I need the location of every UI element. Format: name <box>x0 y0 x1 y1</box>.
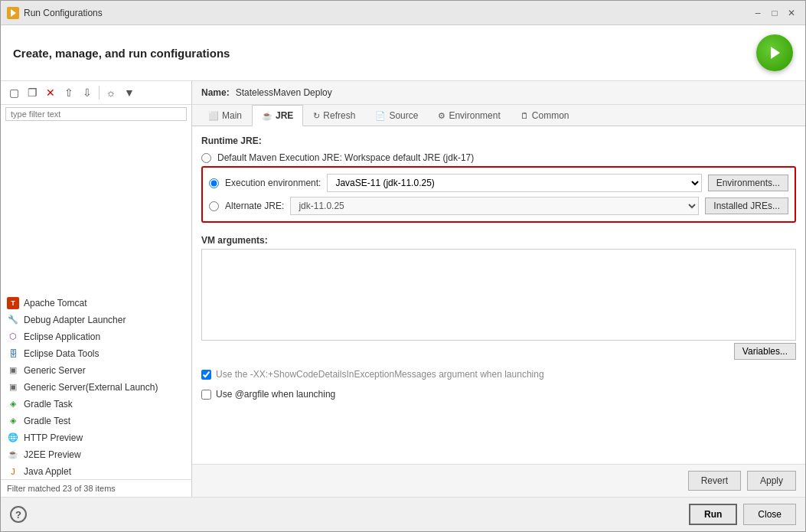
tab-refresh[interactable]: ↻ Refresh <box>303 105 365 126</box>
exec-env-radio[interactable] <box>209 178 219 188</box>
right-panel: Name: StatelessMaven Deploy ⬜ Main ☕ JRE… <box>192 81 805 497</box>
maximize-button[interactable]: □ <box>767 5 782 21</box>
refresh-tab-icon: ↻ <box>313 111 320 121</box>
tab-common[interactable]: 🗒 Common <box>511 105 579 126</box>
filter-button[interactable]: ☼ <box>103 84 119 101</box>
sidebar-item-eclipse-app[interactable]: ⬡ Eclipse Application <box>1 328 191 345</box>
help-button[interactable]: ? <box>10 506 27 523</box>
sidebar-item-debug-adapter[interactable]: 🔧 Debug Adapter Launcher <box>1 312 191 328</box>
delete-button danger[interactable]: ✕ <box>42 84 59 101</box>
tab-source-label: Source <box>389 110 418 121</box>
sidebar-item-java-applet[interactable]: J Java Applet <box>1 463 191 480</box>
window-title: Run Configurations <box>24 8 746 18</box>
tab-source[interactable]: 📄 Source <box>365 105 428 126</box>
tab-jre[interactable]: ☕ JRE <box>252 105 303 126</box>
sidebar-item-label: Gradle Task <box>24 399 73 410</box>
sidebar-item-apache-tomcat[interactable]: T Apache Tomcat <box>1 295 191 312</box>
filter-status: Filter matched 23 of 38 items <box>7 484 116 493</box>
tomcat-icon: T <box>7 297 19 309</box>
alt-jre-radio[interactable] <box>209 201 219 211</box>
sidebar-item-generic-server[interactable]: ▣ Generic Server <box>1 362 191 379</box>
sidebar-item-label: Eclipse Data Tools <box>24 348 100 359</box>
sidebar-item-label: Generic Server <box>24 365 86 376</box>
common-tab-icon: 🗒 <box>520 111 529 120</box>
tab-jre-label: JRE <box>276 110 293 121</box>
j2ee-icon: ☕ <box>7 449 19 461</box>
installed-jres-button[interactable]: Installed JREs... <box>705 197 788 214</box>
showcode-checkbox[interactable] <box>201 370 211 380</box>
filter-dropdown-button[interactable]: ▼ <box>121 84 138 101</box>
main-tab-icon: ⬜ <box>208 111 219 121</box>
sidebar-item-j2ee[interactable]: ☕ J2EE Preview <box>1 446 191 463</box>
checkbox2-row: Use @argfile when launching <box>201 389 796 400</box>
import-button[interactable]: ⇩ <box>79 84 96 101</box>
jre-tab-icon: ☕ <box>262 111 272 121</box>
name-label: Name: <box>201 87 230 98</box>
new-config-button[interactable]: ▢ <box>5 84 22 101</box>
source-tab-icon: 📄 <box>375 111 386 121</box>
minimize-button[interactable]: – <box>750 5 765 21</box>
window-controls: – □ ✕ <box>750 5 799 21</box>
data-icon: 🗄 <box>7 348 19 360</box>
run-button[interactable]: Run <box>689 504 737 525</box>
exec-env-select[interactable]: JavaSE-11 (jdk-11.0.25) <box>327 174 701 192</box>
window-footer: ? Run Close <box>1 497 805 531</box>
exec-env-label: Execution environment: <box>225 178 321 188</box>
tab-common-label: Common <box>532 110 569 121</box>
bottom-buttons: Revert Apply <box>192 464 805 497</box>
server-icon: ▣ <box>7 364 19 377</box>
svg-marker-1 <box>771 47 780 59</box>
sidebar: ▢ ❐ ✕ ⇧ ⇩ ☼ ▼ T Apache Tomcat 🔧 <box>1 81 192 497</box>
sidebar-item-label: Eclipse Application <box>24 331 100 342</box>
vm-args-textarea[interactable] <box>201 249 796 341</box>
execution-env-highlighted: Execution environment: JavaSE-11 (jdk-11… <box>201 166 796 223</box>
sidebar-footer: Filter matched 23 of 38 items <box>1 479 191 497</box>
header-title: Create, manage, and run configurations <box>13 47 230 60</box>
sidebar-item-label: Java Applet <box>24 466 71 477</box>
sidebar-item-label: Debug Adapter Launcher <box>24 315 126 325</box>
gradle-icon: ◈ <box>7 398 19 410</box>
checkbox1-row: Use the -XX:+ShowCodeDetailsInExceptionM… <box>201 369 796 380</box>
config-name: StatelessMaven Deploy <box>236 87 332 98</box>
default-jre-radio[interactable] <box>201 153 211 163</box>
sidebar-item-label: Apache Tomcat <box>24 298 87 308</box>
filter-input-wrap <box>1 105 191 292</box>
exec-env-row: Execution environment: JavaSE-11 (jdk-11… <box>209 174 788 192</box>
close-button[interactable]: ✕ <box>784 5 799 21</box>
gradle-test-icon: ◈ <box>7 415 19 427</box>
alt-jre-select[interactable]: jdk-11.0.25 <box>290 197 699 215</box>
variables-button[interactable]: Variables... <box>734 343 796 360</box>
sidebar-item-generic-server-ext[interactable]: ▣ Generic Server(External Launch) <box>1 379 191 396</box>
vm-args-section: VM arguments: Variables... <box>201 235 796 360</box>
run-icon[interactable] <box>756 34 793 71</box>
run-configurations-window: Run Configurations – □ ✕ Create, manage,… <box>0 0 806 532</box>
tab-environment[interactable]: ⚙ Environment <box>428 105 510 126</box>
variables-row: Variables... <box>201 343 796 360</box>
export-button[interactable]: ⇧ <box>60 84 77 101</box>
sidebar-toolbar: ▢ ❐ ✕ ⇧ ⇩ ☼ ▼ <box>1 81 191 105</box>
sidebar-item-eclipse-data[interactable]: 🗄 Eclipse Data Tools <box>1 345 191 362</box>
sidebar-item-label: J2EE Preview <box>24 449 81 460</box>
name-bar: Name: StatelessMaven Deploy <box>192 81 805 105</box>
http-icon: 🌐 <box>7 432 19 444</box>
tab-main[interactable]: ⬜ Main <box>198 105 252 126</box>
jre-panel-content: Runtime JRE: Default Maven Execution JRE… <box>192 126 805 464</box>
duplicate-button[interactable]: ❐ <box>24 84 41 101</box>
sidebar-item-http[interactable]: 🌐 HTTP Preview <box>1 429 191 446</box>
window-icon <box>7 7 19 19</box>
default-jre-row: Default Maven Execution JRE: Workspace d… <box>201 149 796 166</box>
argfile-checkbox[interactable] <box>201 390 211 400</box>
close-button-footer[interactable]: Close <box>743 504 796 525</box>
environments-button[interactable]: Environments... <box>708 175 788 191</box>
sidebar-item-gradle-test[interactable]: ◈ Gradle Test <box>1 413 191 429</box>
filter-input[interactable] <box>5 107 187 121</box>
apply-button[interactable]: Apply <box>747 471 796 491</box>
runtime-jre-section: Runtime JRE: Default Maven Execution JRE… <box>201 135 796 223</box>
revert-button[interactable]: Revert <box>688 471 741 491</box>
sidebar-item-label: Gradle Test <box>24 416 70 426</box>
runtime-jre-label: Runtime JRE: <box>201 135 796 146</box>
env-tab-icon: ⚙ <box>438 111 445 121</box>
eclipse-icon: ⬡ <box>7 331 19 343</box>
tab-refresh-label: Refresh <box>323 110 355 121</box>
sidebar-item-gradle-task[interactable]: ◈ Gradle Task <box>1 396 191 413</box>
